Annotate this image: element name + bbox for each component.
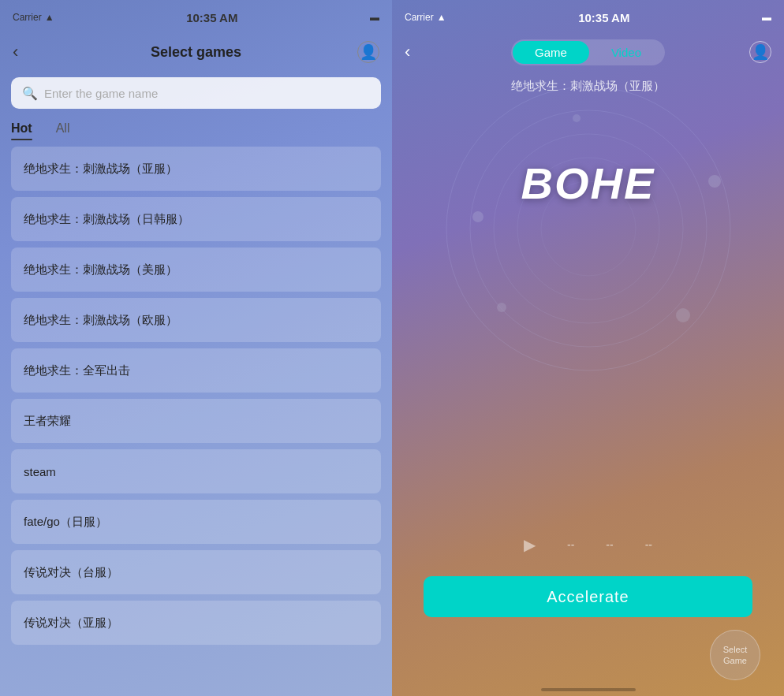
stat-1: -- — [567, 538, 574, 551]
category-tabs: Hot All — [0, 121, 392, 140]
select-game-button[interactable]: SelectGame — [710, 630, 760, 680]
svg-point-7 — [497, 303, 506, 312]
game-name: 绝地求生：刺激战场（日韩服） — [24, 212, 189, 227]
game-name: 绝地求生：刺激战场（亚服） — [24, 162, 177, 177]
game-list: 绝地求生：刺激战场（亚服） 绝地求生：刺激战场（日韩服） 绝地求生：刺激战场（美… — [0, 147, 392, 696]
svg-point-1 — [470, 110, 707, 347]
list-item[interactable]: 绝地求生：刺激战场（欧服） — [11, 298, 381, 342]
accelerate-button[interactable]: Accelerate — [424, 576, 752, 617]
game-name: 绝地求生：刺激战场（欧服） — [24, 313, 177, 328]
left-status-right: ▬ — [370, 12, 379, 23]
left-time: 10:35 AM — [186, 11, 237, 24]
list-item[interactable]: 王者荣耀 — [11, 399, 381, 443]
search-input[interactable] — [44, 87, 370, 100]
list-item[interactable]: fate/go（日服） — [11, 500, 381, 544]
stat-2: -- — [606, 538, 613, 551]
play-icon: ▶ — [524, 535, 536, 554]
right-carrier: Carrier — [405, 12, 434, 23]
tab-hot[interactable]: Hot — [11, 121, 32, 140]
left-avatar-button[interactable]: 👤 — [357, 41, 379, 63]
svg-point-6 — [708, 175, 721, 188]
game-name: 绝地求生：刺激战场（美服） — [24, 262, 177, 277]
left-battery-icon: ▬ — [370, 12, 379, 23]
list-item[interactable]: 绝地求生：刺激战场（日韩服） — [11, 197, 381, 241]
list-item[interactable]: 传说对决（台服） — [11, 550, 381, 594]
right-battery-icon: ▬ — [762, 12, 771, 23]
stat-3: -- — [645, 538, 652, 551]
tab-game-button[interactable]: Game — [513, 41, 589, 64]
right-user-icon: 👤 — [752, 43, 769, 61]
game-title-bar: 绝地求生：刺激战场（亚服） — [392, 79, 784, 94]
right-panel: Carrier ▲ 10:35 AM ▬ ‹ Game Video 👤 绝地求生… — [392, 0, 784, 696]
left-status-bar: Carrier ▲ 10:35 AM ▬ — [0, 0, 392, 35]
search-icon: 🔍 — [22, 86, 38, 101]
right-time: 10:35 AM — [578, 11, 629, 24]
game-name: fate/go（日服） — [24, 515, 107, 530]
left-status-left: Carrier ▲ — [13, 12, 54, 23]
list-item[interactable]: 绝地求生：全军出击 — [11, 348, 381, 393]
game-name: 绝地求生：全军出击 — [24, 363, 130, 378]
right-back-button[interactable]: ‹ — [405, 42, 410, 62]
right-avatar-button[interactable]: 👤 — [749, 41, 771, 63]
tab-video-button[interactable]: Video — [589, 41, 663, 64]
left-user-icon: 👤 — [360, 43, 377, 61]
search-bar: 🔍 — [11, 77, 381, 109]
list-item[interactable]: steam — [11, 449, 381, 493]
list-item[interactable]: 传说对决（亚服） — [11, 601, 381, 645]
left-carrier: Carrier — [13, 12, 42, 23]
game-name: 传说对决（台服） — [24, 565, 118, 580]
left-nav-title: Select games — [151, 44, 241, 61]
bohe-logo-area: BOHE — [521, 158, 655, 209]
game-name: 王者荣耀 — [24, 414, 71, 429]
tab-all[interactable]: All — [56, 121, 70, 140]
list-item[interactable]: 绝地求生：刺激战场（美服） — [11, 248, 381, 292]
right-status-left: Carrier ▲ — [405, 12, 446, 23]
right-status-right: ▬ — [762, 12, 771, 23]
game-name: steam — [24, 465, 56, 478]
bg-decoration — [439, 79, 738, 378]
svg-point-0 — [446, 87, 730, 370]
svg-point-5 — [472, 211, 483, 222]
game-name: 传说对决（亚服） — [24, 616, 118, 631]
left-panel: Carrier ▲ 10:35 AM ▬ ‹ Select games 👤 🔍 … — [0, 0, 392, 696]
select-game-label: SelectGame — [723, 644, 748, 667]
svg-point-9 — [573, 114, 581, 122]
home-indicator — [541, 688, 636, 691]
tab-switcher: Game Video — [511, 39, 665, 65]
list-item[interactable]: 绝地求生：刺激战场（亚服） — [11, 147, 381, 191]
right-status-bar: Carrier ▲ 10:35 AM ▬ — [392, 0, 784, 35]
bohe-logo-text: BOHE — [521, 158, 655, 208]
svg-point-8 — [676, 308, 690, 322]
game-title-text: 绝地求生：刺激战场（亚服） — [511, 79, 665, 92]
left-wifi-icon: ▲ — [45, 12, 54, 23]
left-back-button[interactable]: ‹ — [13, 42, 18, 62]
left-nav-bar: ‹ Select games 👤 — [0, 35, 392, 69]
right-wifi-icon: ▲ — [437, 12, 446, 23]
right-nav-bar: ‹ Game Video 👤 — [392, 35, 784, 69]
stats-row: ▶ -- -- -- — [392, 535, 784, 554]
